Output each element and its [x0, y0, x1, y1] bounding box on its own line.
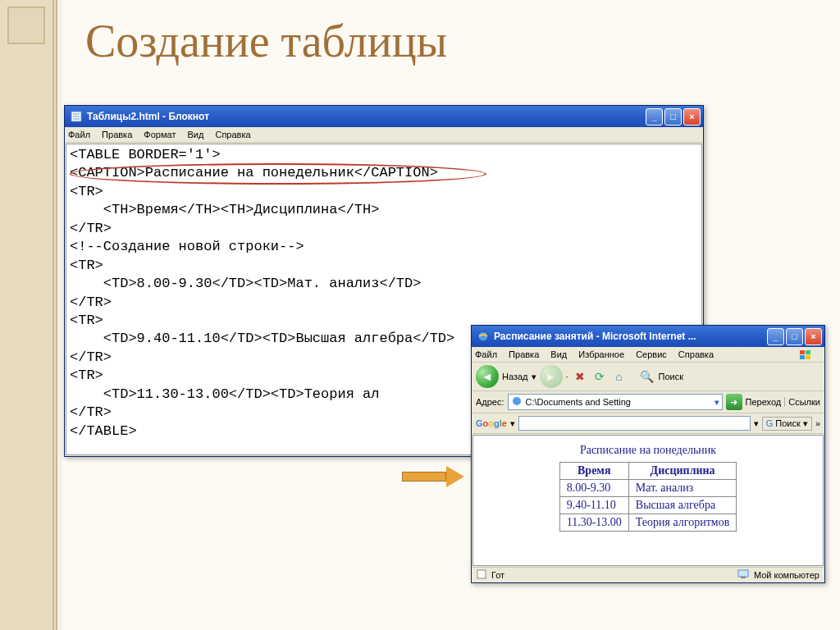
cell-subject: Высшая алгебра — [628, 497, 736, 514]
notepad-icon — [70, 110, 83, 123]
table-row: 11.30-13.00 Теория алгоритмов — [559, 514, 737, 532]
menu-file[interactable]: Файл — [68, 130, 90, 139]
cell-time: 11.30-13.00 — [559, 514, 628, 532]
status-zone-label: Мой компьютер — [754, 570, 819, 580]
decorative-strip — [0, 0, 57, 630]
ie-statusbar: Гот Мой компьютер — [472, 567, 824, 582]
menu-edit[interactable]: Правка — [509, 349, 539, 359]
menu-edit[interactable]: Правка — [102, 130, 132, 139]
menu-favorites[interactable]: Избранное — [578, 349, 624, 359]
ie-title-text: Расписание занятий - Microsoft Internet … — [494, 331, 696, 342]
minimize-button[interactable]: _ — [646, 108, 663, 126]
slide-canvas: Создание таблицы Таблицы2.html - Блокнот… — [62, 0, 840, 630]
status-done-icon — [477, 569, 486, 581]
google-search-button[interactable]: G Поиск ▾ — [762, 417, 812, 431]
code-line: </TR> — [70, 220, 698, 238]
svg-rect-10 — [477, 570, 486, 578]
col-time-header: Время — [559, 463, 628, 480]
svg-rect-11 — [738, 570, 748, 577]
menu-view[interactable]: Вид — [187, 130, 203, 139]
my-computer-icon — [737, 569, 749, 581]
search-label: Поиск — [659, 372, 683, 381]
close-button[interactable]: × — [683, 108, 701, 126]
code-line: <TR> — [70, 183, 698, 201]
table-caption: Расписание на понедельник — [482, 444, 815, 457]
google-toolbar: Google▾ ▾ G Поиск ▾ » — [472, 413, 824, 434]
code-line: <CAPTION>Расписание на понедельник</CAPT… — [70, 164, 698, 182]
menu-view[interactable]: Вид — [550, 349, 567, 359]
links-label[interactable]: Ссылки — [784, 397, 820, 407]
menu-help[interactable]: Справка — [678, 349, 714, 359]
svg-rect-6 — [806, 350, 810, 354]
google-search-input[interactable] — [518, 416, 751, 431]
minimize-button[interactable]: _ — [767, 328, 784, 345]
svg-rect-12 — [741, 577, 746, 578]
status-ready-label: Гот — [491, 570, 504, 580]
deco-square — [7, 7, 45, 44]
go-label: Переход — [746, 397, 782, 407]
arrow-icon — [402, 466, 469, 487]
schedule-table: Время Дисциплина 8.00-9.30 Мат. анализ 9… — [559, 462, 737, 532]
back-dropdown-icon[interactable]: ▾ — [532, 372, 536, 382]
table-row: 9.40-11.10 Высшая алгебра — [559, 497, 737, 514]
close-button[interactable]: × — [805, 328, 822, 345]
address-dropdown-icon[interactable]: ▾ — [714, 397, 719, 408]
code-line: </TR> — [70, 294, 698, 312]
svg-rect-5 — [800, 350, 805, 354]
go-button[interactable]: ➜ — [726, 394, 742, 410]
code-line: <TH>Время</TH><TH>Дисциплина</TH> — [70, 201, 698, 219]
google-more-icon[interactable]: » — [815, 418, 820, 428]
code-line: <TR> — [70, 257, 698, 275]
col-subject-header: Дисциплина — [628, 463, 736, 480]
ie-window: Расписание занятий - Microsoft Internet … — [471, 325, 825, 583]
menu-help[interactable]: Справка — [215, 130, 250, 139]
back-button[interactable]: ◄ — [476, 365, 499, 388]
code-line: <!--Создание новой строки--> — [70, 238, 698, 256]
code-line: <TD>8.00-9.30</TD><TD>Мат. анализ</TD> — [70, 275, 698, 293]
address-label: Адрес: — [476, 397, 504, 407]
notepad-menubar: Файл Правка Формат Вид Справка — [65, 127, 703, 143]
svg-rect-7 — [800, 355, 805, 359]
address-value: C:\Documents and Setting — [526, 397, 631, 407]
ie-titlebar[interactable]: Расписание занятий - Microsoft Internet … — [472, 326, 824, 347]
notepad-titlebar[interactable]: Таблицы2.html - Блокнот _ □ × — [65, 106, 703, 127]
menu-tools[interactable]: Сервис — [636, 349, 667, 359]
table-row: 8.00-9.30 Мат. анализ — [559, 480, 737, 497]
cell-time: 9.40-11.10 — [559, 497, 628, 514]
back-label: Назад — [502, 372, 528, 381]
google-search-dropdown-icon[interactable]: ▾ — [754, 418, 759, 429]
cell-time: 8.00-9.30 — [559, 480, 628, 497]
menu-format[interactable]: Формат — [144, 130, 176, 139]
ie-address-bar: Адрес: C:\Documents and Setting ▾ ➜ Пере… — [472, 391, 824, 413]
maximize-button[interactable]: □ — [786, 328, 803, 345]
table-header-row: Время Дисциплина — [559, 463, 737, 480]
ie-menubar: Файл Правка Вид Избранное Сервис Справка — [472, 347, 824, 363]
ie-page-icon — [511, 395, 523, 409]
menu-file[interactable]: Файл — [475, 349, 497, 359]
cell-subject: Мат. анализ — [628, 480, 736, 497]
address-input[interactable]: C:\Documents and Setting ▾ — [508, 394, 723, 410]
ie-nav-toolbar: ◄ Назад ▾ ► · ✖ ⟳ ⌂ 🔍 Поиск — [472, 363, 824, 391]
windows-flag-icon — [799, 349, 812, 363]
stop-icon[interactable]: ✖ — [572, 368, 588, 385]
notepad-title-text: Таблицы2.html - Блокнот — [87, 111, 209, 122]
maximize-button[interactable]: □ — [664, 108, 682, 126]
ie-icon — [477, 330, 490, 343]
google-logo: Google — [476, 418, 507, 428]
refresh-icon[interactable]: ⟳ — [591, 368, 608, 385]
svg-point-9 — [513, 397, 521, 405]
cell-subject: Теория алгоритмов — [628, 514, 736, 532]
separator: · — [566, 372, 568, 381]
code-line: <TABLE BORDER='1'> — [70, 146, 698, 164]
forward-button[interactable]: ► — [540, 365, 563, 388]
ie-content-area: Расписание на понедельник Время Дисципли… — [472, 435, 824, 566]
home-icon[interactable]: ⌂ — [611, 368, 628, 385]
svg-rect-8 — [806, 355, 810, 359]
search-icon[interactable]: 🔍 — [639, 368, 655, 385]
slide-title: Создание таблицы — [85, 15, 840, 67]
